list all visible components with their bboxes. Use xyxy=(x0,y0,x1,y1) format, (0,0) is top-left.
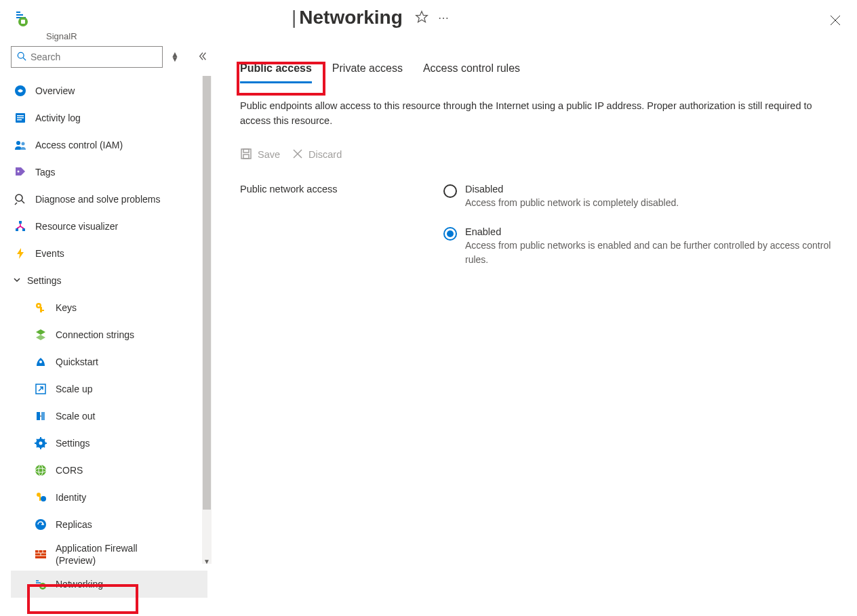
tab-description: Public endpoints allow access to this re… xyxy=(240,98,823,129)
cors-icon xyxy=(34,464,47,477)
save-button[interactable]: Save xyxy=(240,148,280,162)
tab-access-control-rules[interactable]: Access control rules xyxy=(423,60,520,83)
title-separator: | xyxy=(292,7,296,28)
save-label: Save xyxy=(258,149,280,160)
nav-label: CORS xyxy=(56,465,83,476)
sidebar-item-scale-out[interactable]: Scale out xyxy=(11,403,207,430)
scale-out-icon xyxy=(34,409,47,423)
header-bar: SignalR | Networking ⋯ xyxy=(0,0,857,34)
sidebar-item-identity[interactable]: Identity xyxy=(11,484,207,511)
svg-point-13 xyxy=(22,142,25,146)
sidebar-item-diagnose[interactable]: Diagnose and solve problems xyxy=(11,186,207,213)
svg-line-6 xyxy=(23,58,26,60)
svg-rect-17 xyxy=(16,228,18,231)
save-icon xyxy=(240,148,252,162)
search-icon xyxy=(17,52,26,63)
search-sort-icon[interactable]: ▲▼ xyxy=(171,52,179,62)
sidebar-item-firewall[interactable]: Application Firewall (Preview) xyxy=(11,538,207,571)
svg-rect-11 xyxy=(17,119,22,121)
svg-rect-44 xyxy=(241,149,251,159)
tab-private-access[interactable]: Private access xyxy=(332,60,403,83)
gear-icon xyxy=(34,436,47,450)
nav-label: Replicas xyxy=(56,519,92,530)
page-title: Networking xyxy=(299,7,402,28)
svg-rect-22 xyxy=(42,310,44,311)
discard-icon xyxy=(292,148,303,161)
sidebar-item-activity-log[interactable]: Activity log xyxy=(11,104,207,131)
discard-button[interactable]: Discard xyxy=(292,148,342,162)
svg-rect-10 xyxy=(17,117,24,119)
identity-icon xyxy=(34,491,47,504)
svg-rect-26 xyxy=(41,412,45,420)
keys-icon xyxy=(34,301,47,314)
nav-label: Connection strings xyxy=(56,329,134,340)
nav-label: Settings xyxy=(56,438,90,449)
svg-point-28 xyxy=(39,442,43,445)
activity-log-icon xyxy=(14,111,27,125)
close-icon[interactable] xyxy=(830,14,841,29)
radio-circle-checked-icon xyxy=(443,227,457,241)
sidebar-item-tags[interactable]: Tags xyxy=(11,159,207,186)
nav-label: Scale up xyxy=(56,384,92,394)
sidebar-item-connection-strings[interactable]: Connection strings xyxy=(11,321,207,348)
connection-strings-icon xyxy=(34,328,47,342)
toolbar: Save Discard xyxy=(240,148,838,162)
sidebar-item-keys[interactable]: Keys xyxy=(11,294,207,321)
nav-label: Activity log xyxy=(35,112,81,123)
search-input[interactable] xyxy=(31,52,157,62)
sidebar-item-access-control[interactable]: Access control (IAM) xyxy=(11,131,207,159)
svg-point-23 xyxy=(39,361,42,363)
tags-icon xyxy=(14,165,27,179)
sidebar-item-scale-up[interactable]: Scale up xyxy=(11,375,207,403)
svg-rect-43 xyxy=(41,585,44,588)
sidebar-item-resource-visualizer[interactable]: Resource visualizer xyxy=(11,213,207,240)
resource-visualizer-icon xyxy=(14,220,27,233)
svg-point-20 xyxy=(38,305,40,307)
sidebar-search-box[interactable] xyxy=(11,46,163,68)
nav-label: Application Firewall (Preview) xyxy=(56,542,157,567)
sidebar-item-overview[interactable]: Overview xyxy=(11,77,207,104)
nav-label: Quickstart xyxy=(56,356,98,367)
sidebar-item-events[interactable]: Events xyxy=(11,240,207,267)
nav-list: Overview Activity log Access control (IA… xyxy=(11,77,207,598)
svg-point-12 xyxy=(16,141,20,145)
service-type-label: SignalR xyxy=(46,31,77,41)
svg-point-5 xyxy=(18,52,24,58)
nav-label: Keys xyxy=(56,302,77,313)
overview-icon xyxy=(14,84,27,98)
sidebar-group-settings[interactable]: Settings xyxy=(11,267,207,294)
sidebar-item-replicas[interactable]: Replicas xyxy=(11,511,207,538)
svg-rect-45 xyxy=(243,149,249,152)
section-label: Public network access xyxy=(240,184,443,267)
nav-label: Resource visualizer xyxy=(35,221,118,232)
collapse-sidebar-icon[interactable] xyxy=(198,52,207,63)
more-actions-icon[interactable]: ⋯ xyxy=(438,12,450,24)
chevron-down-icon xyxy=(12,275,22,287)
nav-label: Tags xyxy=(35,167,56,178)
sidebar-item-cors[interactable]: CORS xyxy=(11,457,207,484)
nav-label: Settings xyxy=(27,275,62,286)
svg-rect-18 xyxy=(22,228,25,231)
sidebar: ▲▼ Overview Activity log Access control … xyxy=(0,46,207,615)
svg-rect-21 xyxy=(40,307,42,312)
sidebar-item-networking[interactable]: Networking xyxy=(11,571,207,598)
nav-label: Access control (IAM) xyxy=(35,140,123,150)
networking-icon xyxy=(34,577,47,591)
sidebar-item-quickstart[interactable]: Quickstart xyxy=(11,348,207,375)
radio-desc: Access from public networks is enabled a… xyxy=(465,239,831,267)
svg-rect-46 xyxy=(243,155,249,159)
radio-enabled[interactable]: Enabled Access from public networks is e… xyxy=(443,226,831,267)
svg-point-14 xyxy=(18,171,20,173)
page-title-wrap: | Networking ⋯ xyxy=(292,7,450,28)
svg-point-35 xyxy=(35,519,46,530)
svg-point-29 xyxy=(35,465,46,476)
sidebar-item-settings[interactable]: Settings xyxy=(11,430,207,457)
radio-title: Enabled xyxy=(465,226,831,237)
diagnose-icon xyxy=(14,192,27,206)
favorite-star-icon[interactable] xyxy=(415,10,428,26)
radio-desc: Access from public network is completely… xyxy=(465,196,679,210)
radio-disabled[interactable]: Disabled Access from public network is c… xyxy=(443,184,831,210)
radio-circle-icon xyxy=(443,184,457,198)
tab-public-access[interactable]: Public access xyxy=(240,60,312,83)
svg-rect-1 xyxy=(21,20,25,24)
